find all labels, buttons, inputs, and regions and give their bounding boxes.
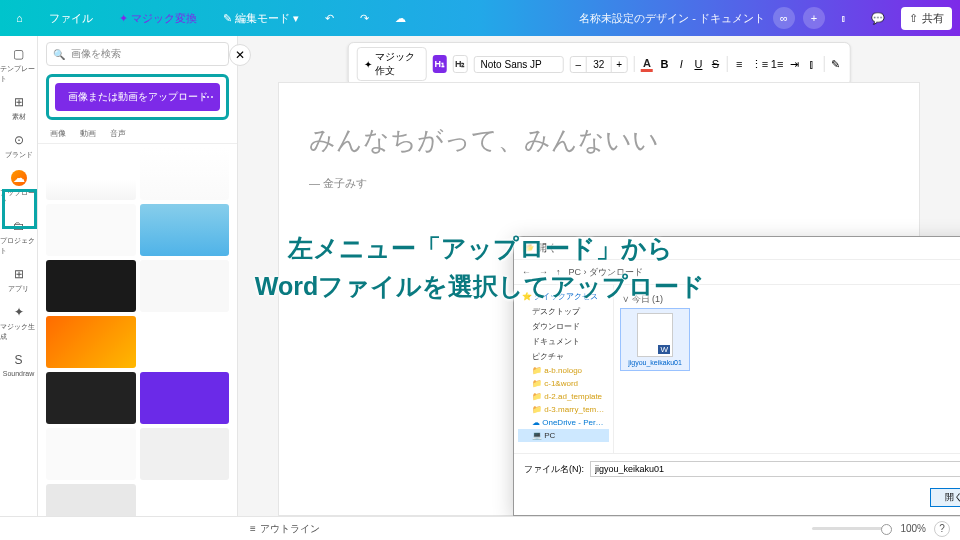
folder-icon: 🗀	[11, 218, 27, 234]
tab-videos[interactable]: 動画	[78, 124, 98, 143]
magic-write[interactable]: ✦ マジック作文	[357, 47, 427, 81]
rail-apps[interactable]: ⊞アプリ	[0, 262, 37, 298]
size-minus[interactable]: –	[571, 57, 587, 72]
plus-icon[interactable]: +	[803, 7, 825, 29]
file-menu[interactable]: ファイル	[41, 7, 101, 30]
apps-icon: ⊞	[11, 266, 27, 282]
indent-icon[interactable]: ⇥	[789, 58, 800, 71]
elements-icon: ⊞	[11, 94, 27, 110]
thumbnail[interactable]	[140, 316, 230, 368]
breadcrumb[interactable]: PC › ダウンロード	[569, 266, 644, 279]
underline-button[interactable]: U	[693, 58, 704, 70]
thumbnail[interactable]	[140, 372, 230, 424]
redo-icon[interactable]: ↷	[352, 8, 377, 29]
bottom-bar: ≡ アウトライン 100% ?	[0, 516, 960, 540]
file-item-selected[interactable]: jigyou_keikaku01	[620, 308, 690, 371]
file-open-dialog: 📂 開く ✕ ← → ↑ PC › ダウンロード ⭐ クイックアクセス デスクト…	[513, 236, 960, 516]
rail-projects[interactable]: 🗀プロジェクト	[0, 214, 37, 260]
text-color[interactable]: A	[641, 57, 653, 72]
home-icon[interactable]: ⌂	[8, 8, 31, 28]
font-select[interactable]: Noto Sans JP	[474, 56, 564, 73]
size-value[interactable]: 32	[586, 57, 611, 72]
thumbnail[interactable]	[46, 428, 136, 480]
side-item[interactable]: デスクトップ	[518, 304, 609, 319]
thumbnail[interactable]	[46, 148, 136, 200]
side-item[interactable]: 📁 a-b.nologo	[518, 364, 609, 377]
edit-mode[interactable]: ✎ 編集モード ▾	[215, 7, 307, 30]
italic-button[interactable]: I	[676, 58, 687, 70]
rail-elements[interactable]: ⊞素材	[0, 90, 37, 126]
align-icon[interactable]: ≡	[734, 58, 745, 70]
side-item[interactable]: ダウンロード	[518, 319, 609, 334]
rail-templates[interactable]: ▢テンプレート	[0, 42, 37, 88]
thumbnail[interactable]	[140, 428, 230, 480]
dialog-title: 📂 開く	[522, 241, 557, 255]
strike-button[interactable]: S	[710, 58, 721, 70]
cloud-sync-icon[interactable]: ☁	[387, 8, 414, 29]
share-button[interactable]: ⇧ 共有	[901, 7, 952, 30]
doc-author[interactable]: ― 金子みすゞ	[309, 176, 889, 191]
side-item[interactable]: 💻 PC	[518, 429, 609, 442]
outline-button[interactable]: ≡ アウトライン	[250, 522, 320, 536]
nav-back-icon[interactable]: ←	[522, 267, 531, 277]
thumbnail[interactable]	[46, 316, 136, 368]
upload-media-button[interactable]: 画像または動画をアップロード ⋯	[55, 83, 220, 111]
panel-close-button[interactable]: ✕	[229, 44, 251, 66]
zoom-slider[interactable]	[812, 527, 892, 530]
doc-title[interactable]: 名称未設定のデザイン - ドキュメント	[579, 11, 765, 26]
analytics-icon[interactable]: ⫾	[833, 8, 855, 28]
side-item[interactable]: 📁 d-3.marry_template	[518, 403, 609, 416]
canva-icon[interactable]: ∞	[773, 7, 795, 29]
bold-button[interactable]: B	[659, 58, 670, 70]
side-item[interactable]: ☁ OneDrive - Personal	[518, 416, 609, 429]
magic-label: マジック変換	[131, 12, 197, 24]
help-icon[interactable]: ?	[934, 521, 950, 537]
upload-tabs: 画像 動画 音声	[38, 124, 237, 144]
effects-icon[interactable]: ✎	[830, 58, 841, 71]
soundraw-icon: S	[11, 352, 27, 368]
nav-fwd-icon[interactable]: →	[539, 267, 548, 277]
list-icon[interactable]: ⋮≡	[751, 58, 765, 71]
side-item[interactable]: ドキュメント	[518, 334, 609, 349]
open-button[interactable]: 開く(O)	[930, 488, 960, 507]
undo-icon[interactable]: ↶	[317, 8, 342, 29]
thumbnail[interactable]	[46, 372, 136, 424]
nav-up-icon[interactable]: ↑	[556, 267, 561, 277]
tab-audio[interactable]: 音声	[108, 124, 128, 143]
thumbnail[interactable]	[46, 484, 136, 516]
thumbnail[interactable]	[46, 260, 136, 312]
dialog-file-area[interactable]: ∨ 今日 (1) jigyou_keikaku01	[614, 285, 960, 453]
thumbnail[interactable]	[140, 148, 230, 200]
quick-access[interactable]: ⭐ クイックアクセス	[518, 289, 609, 304]
search-input[interactable]: 🔍 画像を検索	[46, 42, 229, 66]
top-bar: ⌂ ファイル ✦ マジック変換 ✎ 編集モード ▾ ↶ ↷ ☁ 名称未設定のデザ…	[0, 0, 960, 36]
thumbnail[interactable]	[140, 260, 230, 312]
file-group: ∨ 今日 (1)	[620, 291, 960, 308]
dialog-sidebar: ⭐ クイックアクセス デスクトップ ダウンロード ドキュメント ピクチャ 📁 a…	[514, 285, 614, 453]
numbered-list-icon[interactable]: 1≡	[771, 58, 784, 70]
filename-input[interactable]	[590, 461, 960, 477]
side-item[interactable]: ピクチャ	[518, 349, 609, 364]
doc-heading[interactable]: みんなちがって、みんないい	[309, 123, 889, 158]
rail-brand[interactable]: ⊙ブランド	[0, 128, 37, 164]
tab-images[interactable]: 画像	[48, 124, 68, 143]
text-toolbar: ✦ マジック作文 H₁ H₂ Noto Sans JP – 32 + A B I…	[348, 42, 851, 86]
side-item[interactable]: 📁 c-1&word	[518, 377, 609, 390]
thumbnail[interactable]	[140, 484, 230, 516]
rail-upload[interactable]: ☁アップロード	[0, 166, 37, 212]
h2-button[interactable]: H₂	[453, 55, 468, 73]
thumbnail[interactable]	[46, 204, 136, 256]
zoom-value[interactable]: 100%	[900, 523, 926, 534]
spacing-icon[interactable]: ⫿	[806, 58, 817, 70]
size-plus[interactable]: +	[611, 57, 627, 72]
upload-more-icon[interactable]: ⋯	[202, 90, 214, 104]
magic-convert[interactable]: ✦ マジック変換	[111, 7, 205, 30]
font-size: – 32 +	[570, 56, 629, 73]
h1-button[interactable]: H₁	[433, 55, 447, 73]
canvas-area: ✦ マジック作文 H₁ H₂ Noto Sans JP – 32 + A B I…	[238, 36, 960, 516]
rail-magic[interactable]: ✦マジック生成	[0, 300, 37, 346]
thumbnail[interactable]	[140, 204, 230, 256]
comment-icon[interactable]: 💬	[863, 8, 893, 29]
side-item[interactable]: 📁 d-2.ad_template	[518, 390, 609, 403]
rail-soundraw[interactable]: SSoundraw	[0, 348, 37, 381]
